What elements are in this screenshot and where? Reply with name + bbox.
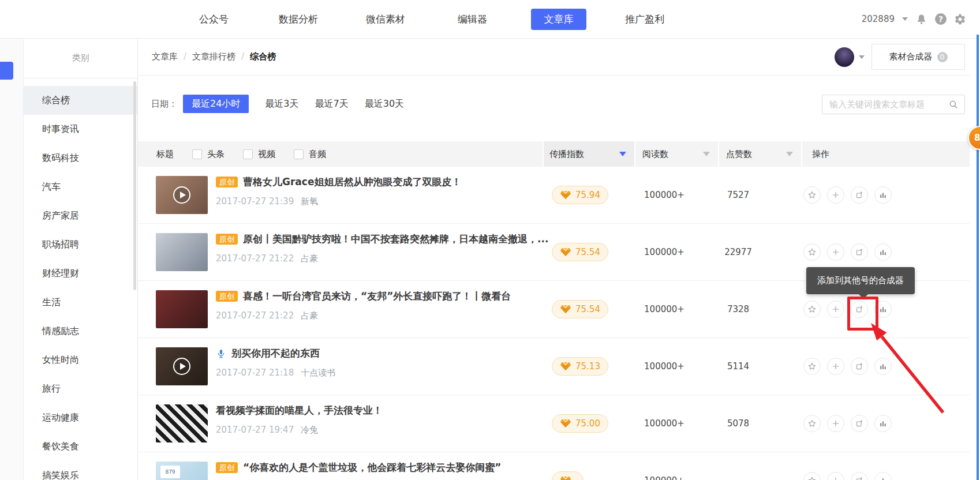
- add-to-composer-icon[interactable]: [851, 358, 868, 375]
- date-option-7d[interactable]: 最近7天: [315, 95, 349, 113]
- filter-headline[interactable]: 头条: [192, 149, 225, 160]
- search-icon[interactable]: [948, 99, 959, 110]
- favorite-star-icon[interactable]: [803, 301, 821, 318]
- filter-audio[interactable]: 音频: [294, 149, 326, 160]
- material-composer-button[interactable]: 素材合成器 0: [871, 44, 965, 70]
- nav-item-data-analysis[interactable]: 数据分析: [279, 0, 318, 38]
- headline-checkbox[interactable]: [192, 149, 202, 159]
- help-icon[interactable]: ?: [935, 13, 947, 25]
- sort-icon-reads[interactable]: [703, 152, 710, 156]
- spread-index-badge: 75.00: [552, 414, 608, 433]
- filter-video[interactable]: 视频: [243, 149, 275, 160]
- favorite-star-icon[interactable]: [803, 186, 821, 204]
- column-spread-index[interactable]: 传播指数: [544, 141, 634, 167]
- gem-icon: [560, 247, 571, 257]
- sidebar-item-cars[interactable]: 汽车: [24, 172, 137, 201]
- date-option-30d[interactable]: 最近30天: [365, 95, 404, 113]
- article-title[interactable]: 喜感！一听台湾官员来访，“友邦”外长直接吓跑了！丨微看台: [243, 290, 511, 303]
- add-to-composer-icon[interactable]: [851, 415, 868, 432]
- article-thumbnail[interactable]: [156, 233, 208, 271]
- analytics-icon[interactable]: [874, 358, 892, 375]
- sidebar-item-jobs[interactable]: 职场招聘: [24, 230, 137, 259]
- publish-date: 2017-07-27 21:18: [216, 367, 294, 378]
- sidebar-item-life[interactable]: 生活: [24, 288, 137, 317]
- sidebar-item-women-fashion[interactable]: 女性时尚: [24, 346, 137, 374]
- avatar-dropdown-caret-icon[interactable]: [859, 55, 865, 59]
- account-dropdown-caret-icon[interactable]: [902, 17, 908, 21]
- favorite-star-icon[interactable]: [803, 415, 821, 432]
- sort-icon-likes[interactable]: [786, 152, 793, 156]
- nav-item-wechat-material[interactable]: 微信素材: [366, 0, 405, 38]
- account-id[interactable]: 202889: [862, 14, 895, 24]
- analytics-icon[interactable]: [874, 472, 892, 480]
- article-title[interactable]: 原创丨美国黔驴技穷啦！中国不按套路突然摊牌，日本越南全撤退，...: [243, 232, 548, 246]
- column-likes[interactable]: 点赞数: [719, 141, 801, 167]
- main-panel: 文章库 / 文章排行榜 / 综合榜 素材合成器 0 日期： 最近24小时 最近3…: [138, 38, 970, 480]
- column-actions: 操作: [802, 141, 970, 167]
- reads-count: 100000+: [635, 167, 693, 223]
- add-icon[interactable]: [827, 358, 844, 375]
- audio-checkbox[interactable]: [294, 149, 304, 159]
- article-thumbnail[interactable]: [156, 404, 208, 442]
- floating-count-badge[interactable]: 8: [968, 126, 980, 150]
- add-icon[interactable]: [827, 472, 844, 480]
- user-avatar[interactable]: [835, 47, 854, 67]
- sidebar-item-overall[interactable]: 综合榜: [24, 86, 137, 115]
- sidebar-item-emotion[interactable]: 情感励志: [24, 317, 137, 346]
- add-icon[interactable]: [827, 186, 844, 204]
- sidebar-item-sports-health[interactable]: 运动健康: [24, 403, 137, 432]
- search-input[interactable]: [822, 99, 948, 110]
- play-icon: [173, 186, 190, 204]
- sidebar-item-real-estate[interactable]: 房产家居: [24, 201, 137, 230]
- sidebar-item-funny[interactable]: 搞笑娱乐: [24, 461, 137, 480]
- add-to-composer-icon[interactable]: [851, 243, 868, 261]
- sidebar-item-news[interactable]: 时事资讯: [24, 115, 137, 144]
- reads-count: 100000+: [635, 224, 693, 280]
- add-to-composer-icon[interactable]: [851, 186, 868, 204]
- article-thumbnail[interactable]: [156, 347, 208, 385]
- sidebar-item-travel[interactable]: 旅行: [24, 374, 137, 403]
- analytics-icon[interactable]: [874, 243, 892, 261]
- sidebar-item-finance[interactable]: 财经理财: [24, 259, 137, 288]
- nav-item-editor[interactable]: 编辑器: [458, 0, 487, 38]
- category-sidebar: 类别 综合榜 时事资讯 数码科技 汽车 房产家居 职场招聘 财经理财 生活 情感…: [24, 38, 138, 480]
- article-thumbnail[interactable]: 879: [156, 462, 208, 480]
- analytics-icon[interactable]: [874, 415, 892, 432]
- add-icon[interactable]: [827, 243, 844, 261]
- favorite-star-icon[interactable]: [803, 243, 821, 261]
- sort-desc-icon-active[interactable]: [619, 152, 626, 156]
- reads-count: 100000+: [635, 338, 693, 395]
- date-option-24h[interactable]: 最近24小时: [183, 95, 249, 113]
- article-title[interactable]: “你喜欢的人是个盖世垃圾，他会踩着七彩祥云去娶你闺蜜”: [243, 461, 501, 474]
- article-title[interactable]: 看视频学揉面的喵星人，手法很专业！: [216, 404, 383, 417]
- nav-item-article-library-active[interactable]: 文章库: [531, 9, 586, 30]
- add-to-composer-icon[interactable]: [851, 472, 868, 480]
- settings-gear-icon[interactable]: [954, 13, 966, 25]
- notification-bell-icon[interactable]: [915, 13, 927, 25]
- sidebar-item-digital-tech[interactable]: 数码科技: [24, 144, 137, 172]
- right-edge-divider: [977, 35, 979, 480]
- article-row: 看视频学揉面的喵星人，手法很专业！ 2017-07-27 19:47冷兔 75.…: [138, 395, 970, 452]
- article-thumbnail[interactable]: [156, 290, 208, 328]
- column-reads[interactable]: 阅读数: [635, 141, 718, 167]
- nav-item-promotion-profit[interactable]: 推广盈利: [625, 0, 664, 38]
- collapse-sidebar-tab[interactable]: [0, 62, 13, 80]
- favorite-star-icon[interactable]: [803, 472, 821, 480]
- add-icon[interactable]: [827, 301, 844, 318]
- spread-index-badge: 75.54: [552, 300, 608, 318]
- sidebar-scrollbar[interactable]: [133, 81, 136, 290]
- analytics-icon[interactable]: [874, 186, 892, 204]
- favorite-star-icon[interactable]: [803, 358, 821, 375]
- date-filter-label: 日期：: [151, 99, 177, 110]
- breadcrumb-article-library[interactable]: 文章库: [152, 51, 178, 62]
- article-title[interactable]: 曹格女儿Grace姐姐居然从肿泡眼变成了双眼皮！: [243, 175, 461, 189]
- video-checkbox[interactable]: [243, 149, 253, 159]
- row-actions: [802, 452, 892, 480]
- article-title[interactable]: 别买你用不起的东西: [231, 347, 320, 360]
- add-icon[interactable]: [827, 415, 844, 432]
- article-thumbnail[interactable]: [156, 176, 208, 214]
- nav-item-official-accounts[interactable]: 公众号: [199, 0, 229, 38]
- sidebar-item-food[interactable]: 餐饮美食: [24, 432, 137, 461]
- breadcrumb-article-ranking[interactable]: 文章排行榜: [192, 51, 235, 62]
- date-option-3d[interactable]: 最近3天: [265, 95, 298, 113]
